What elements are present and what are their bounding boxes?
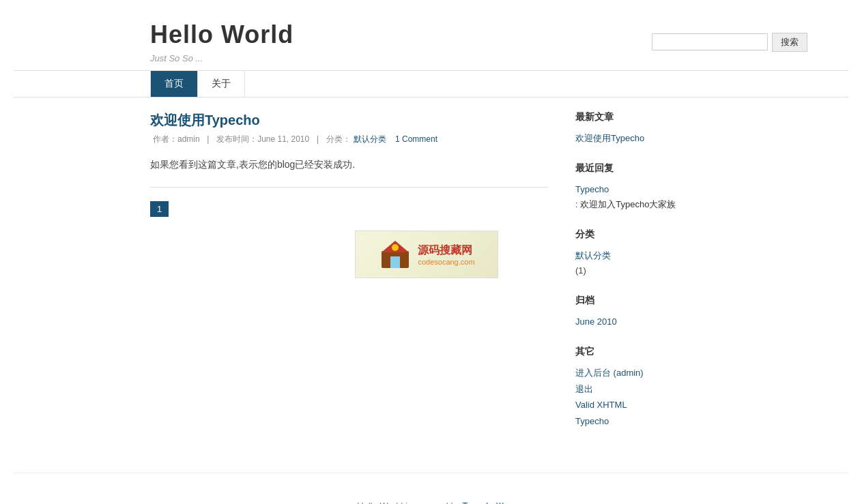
sidebar-categories-title: 分类 [575,228,712,241]
sidebar-typecho-link[interactable]: Typecho [575,413,712,429]
nav-link-about[interactable]: 关于 [198,71,245,97]
svg-point-3 [392,244,399,251]
sidebar-other: 其它 进入后台 (admin) 退出 Valid XHTML Typecho [575,346,712,429]
site-tagline: Just So So ... [150,53,293,63]
site-title: Hello World [150,20,293,49]
sidebar-recent-post-item[interactable]: 欢迎使用Typecho [575,130,712,146]
sidebar-archives: 归档 June 2010 [575,295,712,329]
post-content: 如果您看到这篇文章,表示您的blog已经安装成功. [150,156,548,188]
sidebar-archives-title: 归档 [575,295,712,307]
sidebar-admin-link[interactable]: 进入后台 (admin) [575,365,712,381]
sidebar-xhtml-link[interactable]: Valid XHTML [575,397,712,413]
banner-text-sub: codesocang.com [418,258,474,266]
search-input[interactable] [652,33,768,50]
post-category-label: 分类： [326,134,351,144]
sidebar-categories: 分类 默认分类 (1) [575,228,712,278]
sidebar-category-link[interactable]: 默认分类 [575,248,712,263]
pagination-current: 1 [150,201,169,217]
post-author: 作者：admin [153,134,200,144]
post-comment-count[interactable]: 1 Comment [395,134,437,144]
sidebar-comment-text: Typecho: 欢迎加入Typecho大家族 [575,181,712,211]
search-button[interactable]: 搜索 [772,33,807,52]
sidebar-recent-posts-title: 最新文章 [575,111,712,123]
pagination: 1 [150,201,548,217]
sidebar-logout-link[interactable]: 退出 [575,381,712,397]
nav-item-about[interactable]: 关于 [198,71,245,97]
banner-image: 源码搜藏网 codesocang.com [355,231,498,278]
banner-text-main: 源码搜藏网 [418,243,474,258]
post-article: 欢迎使用Typecho 作者：admin | 发布时间：June 11, 201… [150,111,548,188]
footer-powered-text: Hello World is powered by [357,501,460,504]
sidebar-recent-comments: 最近回复 Typecho: 欢迎加入Typecho大家族 [575,162,712,211]
sidebar-other-title: 其它 [575,346,712,358]
sidebar-recent-comments-title: 最近回复 [575,162,712,175]
footer: Hello World is powered by Typecho))) 文章 … [14,473,848,504]
sidebar-commenter-link[interactable]: Typecho [575,181,712,197]
sidebar-category-item: 默认分类 (1) [575,248,712,278]
sidebar-recent-posts: 最新文章 欢迎使用Typecho [575,111,712,146]
post-meta: 作者：admin | 发布时间：June 11, 2010 | 分类：默认分类 … [150,134,548,145]
post-date: 发布时间：June 11, 2010 [216,134,309,144]
sidebar-category-count: (1) [575,265,586,276]
sidebar-archive-item[interactable]: June 2010 [575,314,712,329]
footer-typecho-link[interactable]: Typecho))) [463,501,505,504]
post-category-link[interactable]: 默认分类 [354,134,386,144]
nav-item-home[interactable]: 首页 [150,71,198,97]
svg-rect-2 [390,256,400,268]
footer-powered: Hello World is powered by Typecho))) [14,501,848,504]
post-title[interactable]: 欢迎使用Typecho [150,113,260,128]
nav-link-home[interactable]: 首页 [150,71,198,97]
